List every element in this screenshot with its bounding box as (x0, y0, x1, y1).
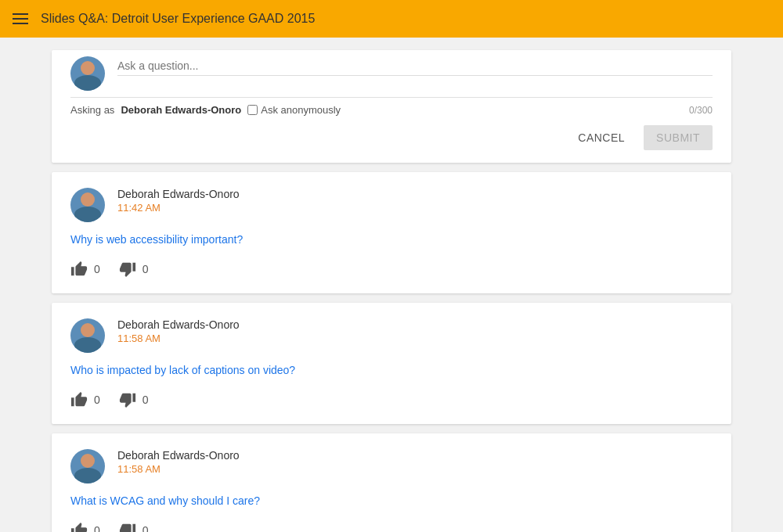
question-user-avatar (70, 449, 105, 483)
vote-row: 0 0 (70, 261, 713, 278)
question-header: Deborah Edwards-Onoro 11:42 AM (70, 188, 713, 222)
downvote-button[interactable]: 0 (119, 261, 149, 278)
downvote-button[interactable]: 0 (119, 391, 149, 408)
upvote-count: 0 (94, 394, 100, 406)
page-title: Slides Q&A: Detroit User Experience GAAD… (41, 12, 315, 26)
question-user-avatar (70, 318, 105, 353)
question-user-info: Deborah Edwards-Onoro 11:42 AM (117, 188, 713, 214)
question-card: Deborah Edwards-Onoro 11:42 AM Why is we… (52, 172, 731, 293)
question-header: Deborah Edwards-Onoro 11:58 AM (70, 449, 713, 483)
question-time: 11:42 AM (117, 202, 713, 214)
anon-checkbox[interactable] (247, 105, 258, 115)
ask-card-divider (70, 97, 713, 98)
thumb-up-icon (70, 261, 88, 278)
vote-row: 0 0 (70, 522, 713, 532)
question-text: Why is web accessibility important? (70, 232, 713, 248)
question-user-info: Deborah Edwards-Onoro 11:58 AM (117, 318, 713, 344)
asking-as-label: Asking as (70, 104, 114, 116)
question-text: Who is impacted by lack of captions on v… (70, 362, 713, 379)
thumb-up-icon (70, 522, 88, 532)
question-user-name: Deborah Edwards-Onoro (117, 449, 713, 462)
upvote-count: 0 (94, 263, 100, 275)
question-text: What is WCAG and why should I care? (70, 493, 713, 509)
asking-as-username: Deborah Edwards-Onoro (121, 104, 241, 116)
downvote-count: 0 (143, 524, 149, 532)
question-time: 11:58 AM (117, 332, 713, 344)
question-time: 11:58 AM (117, 463, 713, 475)
upvote-count: 0 (94, 524, 100, 532)
upvote-button[interactable]: 0 (70, 522, 100, 532)
cancel-button[interactable]: CANCEL (565, 125, 637, 150)
upvote-button[interactable]: 0 (70, 391, 100, 408)
question-user-avatar (70, 188, 105, 222)
menu-icon[interactable] (13, 13, 28, 24)
question-user-info: Deborah Edwards-Onoro 11:58 AM (117, 449, 713, 475)
ask-question-input[interactable] (117, 56, 713, 76)
app-header: Slides Q&A: Detroit User Experience GAAD… (0, 0, 783, 38)
thumb-down-icon (119, 391, 136, 408)
anon-label: Ask anonymously (261, 104, 341, 116)
ask-question-card: Asking as Deborah Edwards-Onoro Ask anon… (52, 50, 731, 163)
vote-row: 0 0 (70, 391, 713, 408)
downvote-count: 0 (143, 394, 149, 406)
char-count: 0/300 (673, 105, 713, 116)
question-card: Deborah Edwards-Onoro 11:58 AM What is W… (52, 433, 731, 532)
upvote-button[interactable]: 0 (70, 261, 100, 278)
question-header: Deborah Edwards-Onoro 11:58 AM (70, 318, 713, 353)
question-user-name: Deborah Edwards-Onoro (117, 318, 713, 331)
downvote-count: 0 (143, 263, 149, 275)
question-card: Deborah Edwards-Onoro 11:58 AM Who is im… (52, 303, 731, 424)
question-user-name: Deborah Edwards-Onoro (117, 188, 713, 200)
ask-card-top-row (70, 56, 713, 91)
questions-list: Deborah Edwards-Onoro 11:42 AM Why is we… (52, 172, 731, 532)
ask-meta-row: Asking as Deborah Edwards-Onoro Ask anon… (70, 104, 713, 116)
main-content: Asking as Deborah Edwards-Onoro Ask anon… (39, 38, 744, 532)
thumb-up-icon (70, 391, 88, 408)
ask-input-area (117, 56, 713, 76)
ask-meta-left: Asking as Deborah Edwards-Onoro Ask anon… (70, 104, 341, 116)
downvote-button[interactable]: 0 (119, 522, 149, 532)
current-user-avatar (70, 56, 105, 91)
anon-checkbox-label[interactable]: Ask anonymously (247, 104, 341, 116)
ask-actions-row: CANCEL SUBMIT (70, 125, 713, 150)
thumb-down-icon (119, 522, 136, 532)
thumb-down-icon (119, 261, 136, 278)
submit-button[interactable]: SUBMIT (644, 125, 713, 150)
